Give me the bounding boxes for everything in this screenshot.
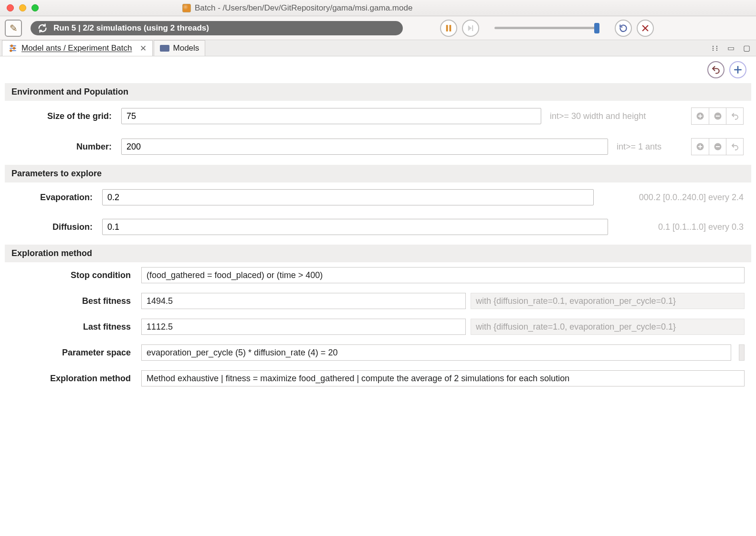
reset-button[interactable] (726, 139, 743, 155)
last-fitness-field: 1112.5 (141, 319, 466, 335)
parameter-space-field: evaporation_per_cycle (5) * diffusion_ra… (141, 344, 731, 361)
tab-label: Model ants / Experiment Batch (21, 43, 132, 53)
param-label: Diffusion: (11, 222, 97, 232)
parameters-panel: Environment and Population Size of the g… (0, 56, 756, 391)
param-row-diffusion: Diffusion: 0.1 [0.1..1.0] every 0.3 (5, 212, 751, 242)
slider-track (494, 27, 599, 29)
close-icon (641, 24, 650, 32)
tab-label: Models (173, 43, 200, 53)
svg-rect-3 (472, 25, 473, 31)
param-annotation: 0.1 [0.1..1.0] every 0.3 (613, 222, 744, 232)
main-toolbar: ✎ Run 5 | 2/2 simulations (using 2 threa… (0, 16, 756, 40)
param-label: Evaporation: (11, 193, 97, 203)
method-row-stop-condition: Stop condition (food_gathered = food_pla… (5, 262, 751, 288)
exploration-method-field: Method exhaustive | fitness = maximize f… (141, 370, 745, 386)
step-button[interactable] (462, 20, 479, 37)
decrement-button[interactable] (709, 139, 726, 155)
stop-close-button[interactable] (637, 20, 654, 37)
window-title-text: Batch - /Users/ben/Dev/GitRepository/gam… (195, 3, 412, 13)
number-input[interactable] (121, 139, 608, 155)
svg-point-9 (13, 47, 15, 49)
window-titlebar: Batch - /Users/ben/Dev/GitRepository/gam… (0, 0, 756, 16)
svg-rect-0 (446, 25, 448, 32)
window-zoom-button[interactable] (32, 4, 39, 11)
best-fitness-annotation: with {diffusion_rate=0.1, evaporation_pe… (471, 293, 745, 309)
edit-mode-button[interactable]: ✎ (5, 20, 22, 37)
view-minimize-icon[interactable]: ▭ (727, 43, 735, 53)
cycle-icon (37, 23, 48, 33)
add-parameter-button[interactable] (729, 61, 746, 78)
reset-button[interactable] (726, 108, 743, 124)
param-annotation: int>= 30 width and height (546, 111, 686, 121)
grid-size-stepper (691, 107, 744, 125)
svg-point-11 (10, 50, 12, 52)
slider-thumb-icon[interactable] (594, 23, 599, 33)
tab-close-button[interactable]: ✕ (140, 43, 147, 54)
increment-button[interactable] (692, 108, 709, 124)
param-row-evaporation: Evaporation: 000.2 [0.0..240.0] every 2.… (5, 182, 751, 212)
param-row-number: Number: int>= 1 ants (5, 131, 751, 162)
pencil-icon: ✎ (10, 22, 18, 34)
section-env-pop-header: Environment and Population (5, 83, 751, 101)
window-minimize-button[interactable] (19, 4, 26, 11)
pause-icon (444, 24, 453, 32)
diffusion-input[interactable] (102, 219, 608, 235)
run-status-pill[interactable]: Run 5 | 2/2 simulations (using 2 threads… (31, 21, 403, 35)
evaporation-input[interactable] (102, 189, 594, 205)
increment-button[interactable] (692, 139, 709, 155)
run-status-text: Run 5 | 2/2 simulations (using 2 threads… (53, 23, 209, 33)
stop-condition-field[interactable]: (food_gathered = food_placed) or (time >… (141, 267, 745, 283)
method-row-last-fitness: Last fitness 1112.5 with {diffusion_rate… (5, 314, 751, 340)
reload-button[interactable] (615, 20, 632, 37)
number-stepper (691, 138, 744, 155)
param-label: Best fitness (11, 296, 136, 306)
pause-button[interactable] (440, 20, 457, 37)
folder-icon (160, 45, 169, 52)
view-maximize-icon[interactable]: ▢ (743, 43, 750, 53)
window-close-button[interactable] (7, 4, 14, 11)
param-label: Exploration method (11, 374, 136, 384)
scroll-handle[interactable] (739, 344, 745, 361)
reload-icon (619, 23, 628, 33)
revert-button[interactable] (707, 61, 724, 78)
app-icon (182, 4, 191, 12)
editor-tab-row: Model ants / Experiment Batch ✕ Models ⫶… (0, 40, 756, 56)
param-row-grid-size: Size of the grid: int>= 30 width and hei… (5, 101, 751, 131)
grid-size-input[interactable] (121, 108, 541, 124)
param-annotation: int>= 1 ants (613, 142, 686, 152)
param-label: Parameter space (11, 348, 136, 358)
decrement-button[interactable] (709, 108, 726, 124)
param-label: Last fitness (11, 322, 136, 332)
method-row-best-fitness: Best fitness 1494.5 with {diffusion_rate… (5, 288, 751, 314)
plus-icon (733, 65, 743, 75)
best-fitness-field: 1494.5 (141, 293, 466, 309)
param-annotation: 000.2 [0.0..240.0] every 2.4 (598, 193, 744, 203)
svg-rect-1 (450, 25, 452, 32)
param-label: Number: (11, 142, 116, 152)
section-method-header: Exploration method (5, 245, 751, 262)
undo-icon (711, 65, 721, 75)
method-row-exploration-method: Exploration method Method exhaustive | f… (5, 365, 751, 391)
last-fitness-annotation: with {diffusion_rate=1.0, evaporation_pe… (471, 319, 745, 335)
param-label: Stop condition (11, 270, 136, 280)
parameters-icon (8, 43, 18, 53)
tab-experiment-batch[interactable]: Model ants / Experiment Batch ✕ (2, 40, 153, 56)
svg-marker-2 (468, 25, 472, 31)
step-icon (466, 24, 475, 32)
speed-slider[interactable] (494, 20, 599, 37)
tab-models[interactable]: Models (154, 40, 206, 56)
method-row-parameter-space: Parameter space evaporation_per_cycle (5… (5, 340, 751, 365)
param-label: Size of the grid: (11, 111, 116, 121)
svg-point-7 (11, 45, 13, 47)
view-collapse-icon[interactable]: ⫶⫶ (711, 44, 719, 53)
section-params-explore-header: Parameters to explore (5, 165, 751, 182)
